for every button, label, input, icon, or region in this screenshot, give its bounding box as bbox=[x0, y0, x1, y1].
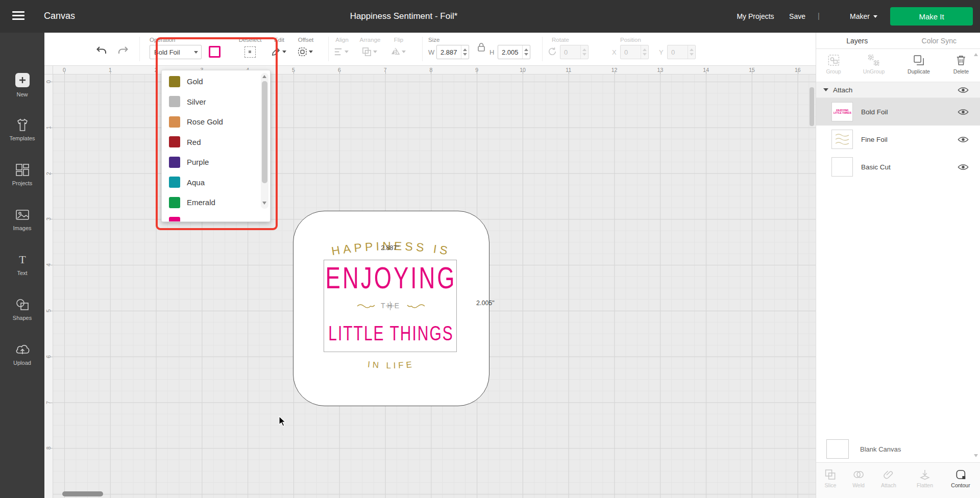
attach-group-header[interactable]: Attach bbox=[816, 82, 980, 98]
align-button[interactable] bbox=[333, 47, 349, 57]
undo-button[interactable] bbox=[95, 45, 108, 57]
selection-center-crosshair bbox=[390, 302, 390, 310]
sidebar-item-label: Templates bbox=[9, 135, 35, 141]
ruler-tick bbox=[339, 71, 340, 74]
color-option-gold[interactable]: Gold bbox=[162, 71, 270, 92]
visibility-eye-icon[interactable] bbox=[958, 108, 969, 116]
color-option-aqua[interactable]: Aqua bbox=[162, 172, 270, 193]
color-swatch bbox=[169, 177, 180, 188]
arrange-caption: Arrange bbox=[360, 37, 381, 43]
flip-caption: Flip bbox=[394, 37, 404, 43]
sidebar-item-new[interactable]: New bbox=[0, 72, 44, 97]
deselect-button[interactable] bbox=[244, 46, 256, 58]
weld-button[interactable]: Weld bbox=[852, 469, 865, 488]
contour-button[interactable]: Contour bbox=[951, 469, 970, 488]
color-swatch bbox=[169, 116, 180, 128]
blank-canvas-swatch[interactable] bbox=[826, 439, 849, 459]
svg-text:T: T bbox=[19, 253, 26, 266]
color-name: Emerald bbox=[187, 198, 215, 207]
color-swatch bbox=[169, 96, 180, 107]
layer-color-swatch[interactable] bbox=[209, 46, 220, 58]
visibility-eye-icon[interactable] bbox=[958, 86, 969, 94]
offset-button[interactable] bbox=[298, 47, 313, 57]
color-option-purple[interactable]: Purple bbox=[162, 152, 270, 172]
panel-scroll-up-icon[interactable] bbox=[974, 53, 978, 56]
dropdown-scrollbar-thumb[interactable] bbox=[262, 81, 267, 183]
visibility-eye-icon[interactable] bbox=[958, 136, 969, 143]
sidebar-item-projects[interactable]: Projects bbox=[0, 163, 44, 186]
position-caption: Position bbox=[620, 37, 641, 43]
collapse-triangle-icon[interactable] bbox=[823, 88, 828, 94]
color-option-emerald[interactable]: Emerald bbox=[162, 192, 270, 213]
visibility-eye-icon[interactable] bbox=[958, 163, 969, 171]
height-stepper[interactable] bbox=[522, 45, 530, 59]
sidebar-item-shapes[interactable]: Shapes bbox=[0, 298, 44, 321]
horizontal-scrollbar-thumb[interactable] bbox=[62, 491, 103, 496]
layer-row-bold-foil[interactable]: ENJOYINGLITTLE THINGSBold Foil bbox=[816, 98, 980, 126]
group-button[interactable]: Group bbox=[826, 54, 841, 74]
save-button[interactable]: Save bbox=[789, 12, 805, 20]
sidebar-item-images[interactable]: Images bbox=[0, 208, 44, 231]
color-option-partial[interactable] bbox=[162, 213, 270, 222]
toolbar-divider bbox=[139, 37, 140, 61]
ruler-tick bbox=[385, 71, 386, 74]
rotate-icon bbox=[548, 47, 557, 56]
ruler-tick bbox=[110, 71, 111, 74]
slice-icon bbox=[825, 469, 836, 480]
lock-icon[interactable] bbox=[477, 42, 486, 52]
layer-row-basic-cut[interactable]: Basic Cut bbox=[816, 153, 980, 181]
chevron-down-icon bbox=[873, 15, 877, 20]
flatten-button[interactable]: Flatten bbox=[917, 469, 933, 488]
operation-select[interactable]: Bold Foil bbox=[150, 45, 202, 59]
flatten-label: Flatten bbox=[917, 482, 933, 488]
x-value: 0 bbox=[621, 45, 641, 59]
width-stepper[interactable] bbox=[461, 45, 469, 59]
make-it-button[interactable]: Make It bbox=[890, 7, 973, 26]
height-field[interactable]: 2.005 bbox=[498, 45, 530, 59]
edit-button[interactable] bbox=[271, 47, 286, 57]
machine-selector[interactable]: Maker bbox=[850, 12, 877, 20]
ruler-tick bbox=[50, 357, 53, 357]
edit-caption: Edit bbox=[274, 37, 284, 43]
contour-icon bbox=[955, 469, 966, 480]
color-option-red[interactable]: Red bbox=[162, 132, 270, 153]
sidebar-item-text[interactable]: T Text bbox=[0, 253, 44, 276]
operation-caption: Operation bbox=[150, 37, 176, 43]
attach-label: Attach bbox=[881, 482, 896, 488]
ruler-tick bbox=[615, 71, 615, 74]
tab-color-sync[interactable]: Color Sync bbox=[898, 33, 980, 48]
ruler-tick bbox=[477, 71, 477, 74]
ungroup-button[interactable]: UnGroup bbox=[863, 54, 885, 74]
flip-button[interactable] bbox=[390, 47, 406, 57]
layer-row-fine-foil[interactable]: Fine Foil bbox=[816, 126, 980, 153]
sidebar-item-label: Shapes bbox=[13, 315, 32, 321]
width-field[interactable]: 2.887 bbox=[436, 45, 469, 59]
sidebar-item-templates[interactable]: Templates bbox=[0, 118, 44, 141]
selection-width-readout: 2.887" bbox=[381, 244, 399, 252]
vertical-scrollbar-thumb[interactable] bbox=[810, 87, 814, 126]
attach-button[interactable]: Attach bbox=[881, 469, 896, 488]
ungroup-icon bbox=[868, 54, 880, 66]
tab-layers[interactable]: Layers bbox=[816, 33, 898, 48]
redo-button[interactable] bbox=[117, 45, 129, 57]
arrange-button[interactable] bbox=[362, 47, 377, 57]
color-name: Gold bbox=[187, 77, 203, 86]
sidebar-item-upload[interactable]: Upload bbox=[0, 343, 44, 366]
scroll-up-icon[interactable] bbox=[262, 75, 266, 78]
my-projects-link[interactable]: My Projects bbox=[737, 12, 774, 20]
ruler-corner bbox=[44, 66, 53, 74]
duplicate-button[interactable]: Duplicate bbox=[908, 54, 930, 74]
slice-button[interactable]: Slice bbox=[825, 469, 837, 488]
artwork-arc-bottom[interactable]: IN LIFE bbox=[325, 355, 457, 378]
color-option-rose-gold[interactable]: Rose Gold bbox=[162, 112, 270, 132]
redo-icon bbox=[117, 45, 129, 57]
menu-icon[interactable] bbox=[12, 11, 24, 21]
delete-button[interactable]: Delete bbox=[953, 54, 969, 74]
blank-canvas-row[interactable]: Blank Canvas bbox=[816, 436, 980, 462]
color-name: Rose Gold bbox=[187, 117, 223, 126]
design-canvas[interactable]: 012345678910111213141516 012345678 HAPPI… bbox=[44, 66, 816, 498]
color-option-silver[interactable]: Silver bbox=[162, 92, 270, 112]
new-icon bbox=[15, 72, 30, 88]
dropdown-scrollbar[interactable] bbox=[261, 73, 268, 209]
scroll-down-icon[interactable] bbox=[262, 202, 266, 205]
